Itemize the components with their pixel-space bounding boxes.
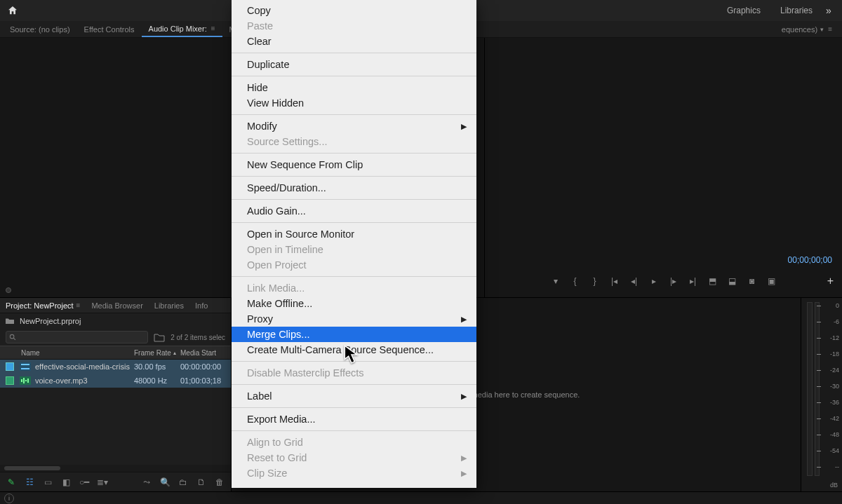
menu-item-proxy[interactable]: Proxy▶ (232, 311, 476, 327)
meter-tick: 0 (824, 302, 839, 309)
menu-item-source-settings: Source Settings... (232, 134, 476, 149)
tab-audio-clip-mixer[interactable]: Audio Clip Mixer: ≡ (142, 21, 222, 37)
bracket-out-icon[interactable]: } (590, 276, 600, 286)
menu-separator (232, 76, 476, 76)
workspace-tab-libraries[interactable]: Libraries (770, 6, 822, 15)
column-frame-rate[interactable]: Frame Rate ▴ (134, 349, 180, 357)
svg-rect-2 (20, 362, 31, 371)
menu-item-clear[interactable]: Clear (232, 34, 476, 49)
record-indicator-icon (6, 287, 11, 293)
search-input[interactable] (6, 331, 148, 343)
play-icon[interactable]: ▸ (649, 276, 659, 286)
info-icon[interactable]: i (4, 493, 14, 503)
menu-item-copy[interactable]: Copy (232, 3, 476, 18)
write-icon[interactable]: ✎ (6, 477, 17, 488)
menu-item-clip-size: Clip Size▶ (232, 465, 476, 481)
lift-icon[interactable]: ⬒ (708, 276, 718, 286)
meter-tick-line (817, 418, 821, 419)
panel-menu-icon[interactable]: ≡ (76, 301, 81, 309)
go-to-in-icon[interactable]: |◂ (610, 276, 620, 286)
column-name[interactable]: Name (0, 349, 134, 357)
meter-tick-line (817, 467, 821, 468)
menu-item-label[interactable]: Label▶ (232, 388, 476, 404)
submenu-arrow-icon: ▶ (461, 315, 467, 324)
project-footer-toolbar: ✎ ☷ ▭ ◧ ○━ ≣▾ ⤳ 🔍 🗀 🗋 🗑 (0, 472, 231, 491)
meter-scale: 0-6-12-18-24-30-36-42-48-54-- (804, 302, 839, 476)
cursor-icon (344, 345, 359, 363)
menu-item-merge-clips[interactable]: Merge Clips... (232, 327, 476, 342)
project-row[interactable]: voice-over.mp348000 Hz01;00:03;18 (0, 374, 231, 388)
svg-rect-6 (21, 379, 22, 382)
tab-label: Audio Clip Mixer: (149, 25, 207, 33)
step-back-icon[interactable]: ◂| (629, 276, 639, 286)
menu-item-make-offline[interactable]: Make Offline... (232, 296, 476, 311)
extract-icon[interactable]: ⬓ (728, 276, 737, 286)
freeform-view-icon[interactable]: ◧ (60, 477, 72, 488)
project-columns-header: Name Frame Rate ▴ Media Start (0, 346, 231, 360)
menu-item-open-in-timeline: Open in Timeline (232, 242, 476, 257)
meter-tick: -42 (824, 415, 839, 422)
menu-item-duplicate[interactable]: Duplicate (232, 57, 476, 72)
menu-separator (232, 222, 476, 223)
menu-item-view-hidden[interactable]: View Hidden (232, 95, 476, 111)
new-bin-icon[interactable] (154, 332, 165, 342)
icon-view-icon[interactable]: ▭ (42, 477, 53, 488)
menu-separator (232, 114, 476, 115)
tab-program-sequences[interactable]: equences) ▾ ≡ (775, 25, 839, 34)
horizontal-scrollbar[interactable] (0, 465, 231, 472)
menu-item-export-media[interactable]: Export Media... (232, 411, 476, 427)
workspace-tab-graphics[interactable]: Graphics (717, 6, 770, 15)
tab-effect-controls[interactable]: Effect Controls (77, 21, 142, 37)
menu-separator (232, 384, 476, 385)
bracket-in-icon[interactable]: { (570, 276, 580, 286)
new-item-icon[interactable]: 🗋 (196, 477, 207, 488)
menu-item-speed-duration[interactable]: Speed/Duration... (232, 180, 476, 196)
project-row[interactable]: effective-social-media-crisis30.00 fps00… (0, 360, 231, 374)
tab-project[interactable]: Project: NewProject ≡ (0, 298, 86, 313)
svg-rect-8 (25, 380, 27, 381)
comparison-icon[interactable]: ▣ (767, 276, 777, 286)
svg-rect-7 (23, 378, 25, 383)
submenu-arrow-icon: ▶ (461, 122, 467, 131)
button-editor-icon[interactable]: + (827, 275, 834, 287)
menu-item-hide[interactable]: Hide (232, 80, 476, 95)
context-menu: CopyPasteClearDuplicateHideView HiddenMo… (232, 0, 476, 488)
new-bin-button-icon[interactable]: 🗀 (178, 477, 189, 488)
trash-icon[interactable]: 🗑 (214, 477, 225, 488)
submenu-arrow-icon: ▶ (461, 469, 467, 478)
tab-source[interactable]: Source: (no clips) (3, 21, 77, 37)
svg-point-0 (10, 334, 14, 339)
zoom-slider-icon[interactable]: ○━ (79, 477, 90, 488)
export-frame-icon[interactable]: ◙ (747, 276, 757, 286)
menu-item-audio-gain[interactable]: Audio Gain... (232, 203, 476, 219)
meter-tick: -48 (824, 431, 839, 438)
automate-icon[interactable]: ⤳ (141, 477, 152, 488)
svg-rect-3 (21, 364, 29, 365)
menu-item-modify[interactable]: Modify▶ (232, 118, 476, 134)
meter-tick-line (817, 451, 821, 451)
tab-info[interactable]: Info (189, 298, 213, 313)
home-icon[interactable] (7, 5, 18, 16)
meter-tick: -- (824, 463, 839, 470)
menu-item-new-sequence-from-clip[interactable]: New Sequence From Clip (232, 157, 476, 172)
panel-menu-icon[interactable]: ≡ (211, 25, 215, 32)
go-to-out-icon[interactable]: ▸| (688, 276, 698, 286)
tab-media-browser[interactable]: Media Browser (86, 298, 148, 313)
submenu-arrow-icon: ▶ (461, 454, 467, 463)
tab-label: equences) (782, 25, 817, 34)
list-view-icon[interactable]: ☷ (24, 477, 35, 488)
menu-item-open-in-source-monitor[interactable]: Open in Source Monitor (232, 226, 476, 242)
tab-libraries[interactable]: Libraries (149, 298, 189, 313)
step-fwd-icon[interactable]: |▸ (669, 276, 679, 286)
workspace-overflow-icon[interactable]: » (822, 5, 835, 16)
sort-icon[interactable]: ≣▾ (97, 477, 108, 488)
menu-separator (232, 407, 476, 408)
find-icon[interactable]: 🔍 (159, 477, 171, 488)
column-media-start[interactable]: Media Start (180, 349, 231, 357)
bin-icon[interactable] (6, 318, 14, 325)
panel-menu-icon[interactable]: ≡ (828, 25, 832, 33)
mark-in-icon[interactable]: ▾ (551, 276, 561, 286)
meter-tick: -54 (824, 447, 839, 454)
sort-asc-icon: ▴ (173, 350, 176, 356)
project-search-row: 2 of 2 items selec (0, 329, 231, 346)
